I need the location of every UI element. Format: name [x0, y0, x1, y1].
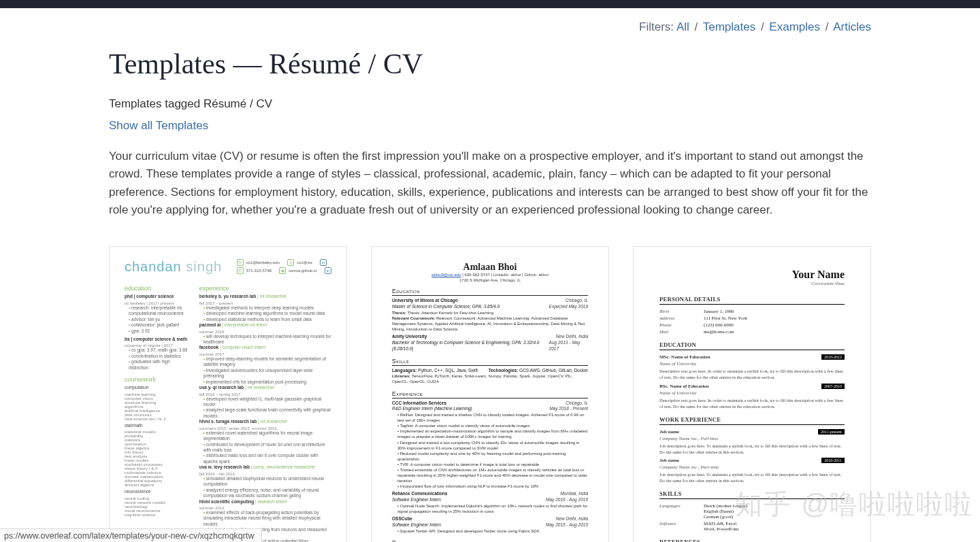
filter-all[interactable]: All	[676, 20, 689, 33]
templates-grid: chandan singh ✉cs1@berkeley.edu ◎cs1@ws …	[109, 246, 871, 542]
page-description: Your curriculum vitae (CV) or resume is …	[109, 148, 871, 219]
template-card-2[interactable]: Amlaan Bhoi abhoi3@uic.edu | 630-362-574…	[371, 246, 609, 542]
template-card-3[interactable]: Your Name Curriculum Vitae Personal Deta…	[633, 246, 871, 542]
show-all-templates-link[interactable]: Show all Templates	[109, 119, 871, 133]
filters-row: Filters: All / Templates / Examples / Ar…	[109, 8, 871, 41]
page-subtitle: Templates tagged Résumé / CV	[109, 97, 871, 111]
t1-contact: ✉cs1@berkeley.edu ◎cs1@ws in ✆571-315-57…	[237, 259, 331, 275]
filter-examples[interactable]: Examples	[769, 20, 820, 33]
page-title: Templates — Résumé / CV	[109, 48, 871, 80]
filter-templates[interactable]: Templates	[703, 20, 755, 33]
template-card-1[interactable]: chandan singh ✉cs1@berkeley.edu ◎cs1@ws …	[109, 246, 347, 542]
browser-status-url: ps://www.overleaf.com/latex/templates/yo…	[0, 528, 262, 542]
t1-name: chandan singh	[125, 259, 222, 275]
top-nav-bar	[0, 0, 980, 8]
filters-label: Filters:	[639, 20, 674, 33]
filter-articles[interactable]: Articles	[833, 20, 871, 33]
